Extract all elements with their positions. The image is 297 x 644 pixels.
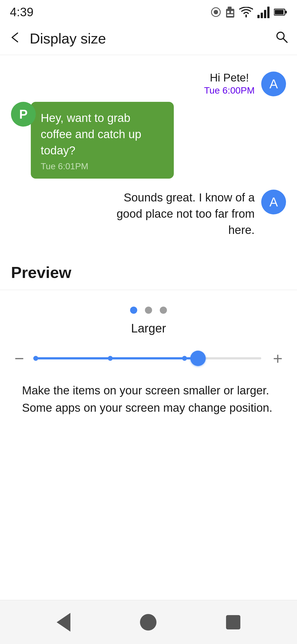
message-sent-1: Hi Pete! Tue 6:00PM A bbox=[11, 72, 286, 96]
avatar-a-1: A bbox=[261, 72, 286, 96]
battery-icon bbox=[274, 8, 287, 16]
nav-recents-button[interactable] bbox=[226, 615, 240, 629]
svg-rect-12 bbox=[285, 11, 287, 13]
svg-rect-13 bbox=[275, 10, 284, 14]
tick-3 bbox=[182, 356, 187, 361]
avatar-p: P bbox=[11, 102, 36, 127]
sim-card-icon bbox=[226, 6, 235, 18]
msg-sent-1-text: Hi Pete! bbox=[210, 72, 249, 84]
home-circle-icon bbox=[140, 614, 156, 631]
wifi-icon bbox=[239, 7, 253, 17]
svg-rect-8 bbox=[261, 13, 263, 18]
svg-rect-6 bbox=[227, 14, 233, 16]
search-button[interactable] bbox=[275, 30, 288, 47]
status-time: 4:39 bbox=[10, 5, 34, 19]
preview-section: Hi Pete! Tue 6:00PM A P Hey, want to gra… bbox=[0, 55, 297, 252]
slider-increase-button[interactable]: + bbox=[270, 349, 286, 368]
msg-bubble-received-1: Hey, want to grab coffee and catch up to… bbox=[31, 102, 174, 179]
back-button[interactable] bbox=[9, 31, 21, 46]
msg-sent-1-content: Hi Pete! Tue 6:00PM bbox=[204, 72, 255, 96]
dot-2 bbox=[145, 307, 152, 314]
svg-rect-7 bbox=[257, 15, 260, 18]
svg-rect-4 bbox=[227, 11, 229, 13]
dot-3 bbox=[160, 307, 167, 314]
svg-rect-9 bbox=[264, 10, 266, 18]
message-received-1: P Hey, want to grab coffee and catch up … bbox=[11, 102, 286, 179]
slider-track[interactable] bbox=[36, 350, 261, 367]
svg-rect-5 bbox=[231, 11, 233, 13]
slider-thumb[interactable] bbox=[190, 351, 206, 366]
slider-section: Larger − + Make the items on your screen… bbox=[0, 290, 297, 427]
status-icons bbox=[211, 6, 287, 18]
svg-rect-2 bbox=[226, 9, 234, 18]
slider-ticks bbox=[36, 357, 261, 359]
msg-sent-2-text: Sounds great. I know of a good place not… bbox=[95, 190, 255, 238]
tick-2 bbox=[108, 356, 113, 361]
recents-square-icon bbox=[226, 615, 240, 629]
svg-rect-3 bbox=[228, 7, 232, 10]
tick-1 bbox=[33, 356, 38, 361]
svg-point-1 bbox=[214, 10, 218, 14]
messages-container: Hi Pete! Tue 6:00PM A P Hey, want to gra… bbox=[11, 66, 286, 252]
nav-home-button[interactable] bbox=[140, 614, 156, 631]
signal-icon bbox=[257, 6, 270, 18]
slider-current-label: Larger bbox=[131, 321, 166, 335]
slider-row: − + bbox=[11, 349, 286, 368]
msg-sent-1-time: Tue 6:00PM bbox=[204, 85, 255, 96]
dot-1 bbox=[130, 307, 137, 314]
nav-back-button[interactable] bbox=[57, 613, 70, 632]
top-bar: Display size bbox=[0, 22, 297, 55]
slider-description: Make the items on your screen smaller or… bbox=[11, 382, 286, 416]
preview-label: Preview bbox=[0, 252, 297, 282]
svg-line-15 bbox=[283, 39, 287, 42]
status-bar: 4:39 bbox=[0, 0, 297, 22]
page-title: Display size bbox=[30, 30, 275, 47]
message-sent-2: Sounds great. I know of a good place not… bbox=[11, 190, 286, 238]
back-triangle-icon bbox=[57, 613, 70, 632]
msg-received-1-time: Tue 6:01PM bbox=[41, 161, 164, 171]
notification-dot-icon bbox=[211, 7, 221, 17]
dots-indicator bbox=[130, 307, 167, 314]
msg-received-1-text: Hey, want to grab coffee and catch up to… bbox=[41, 110, 164, 159]
bottom-nav bbox=[0, 600, 297, 644]
avatar-a-2: A bbox=[261, 190, 286, 214]
slider-decrease-button[interactable]: − bbox=[11, 349, 28, 368]
svg-rect-10 bbox=[267, 7, 270, 18]
